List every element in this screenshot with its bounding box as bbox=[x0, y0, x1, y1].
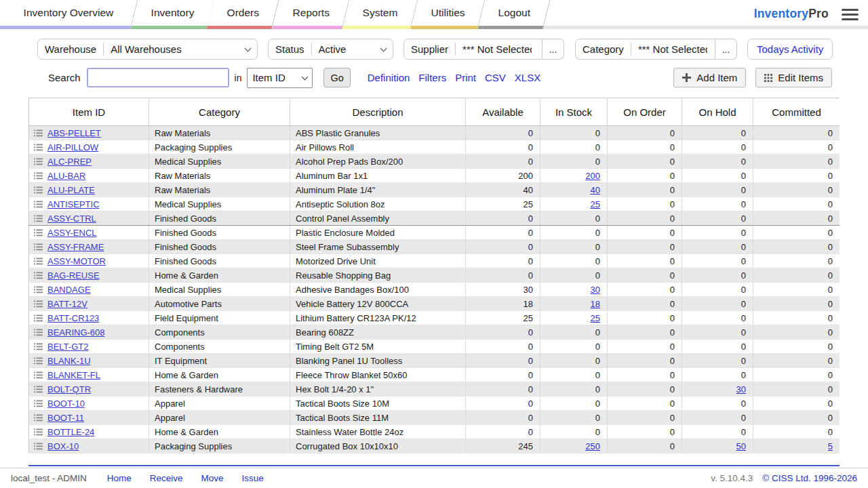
item-id-link[interactable]: BOLT-QTR bbox=[47, 384, 91, 394]
in-stock-cell-link[interactable]: 25 bbox=[591, 313, 600, 323]
menu-icon[interactable] bbox=[842, 9, 859, 20]
search-input[interactable] bbox=[87, 68, 229, 87]
item-id-link[interactable]: BOOT-10 bbox=[47, 399, 85, 409]
in-stock-cell-link[interactable]: 30 bbox=[591, 285, 600, 295]
item-id-link[interactable]: ALU-PLATE bbox=[47, 185, 95, 195]
item-id-link[interactable]: BEARING-608 bbox=[47, 327, 105, 338]
in-stock-cell-link[interactable]: 250 bbox=[585, 441, 600, 451]
in-stock-cell-link[interactable]: 40 bbox=[591, 185, 600, 195]
item-id-link[interactable]: BLANKET-FL bbox=[47, 370, 100, 380]
item-id-link[interactable]: BATT-CR123 bbox=[47, 313, 99, 323]
todays-activity-button[interactable]: Todays Activity bbox=[747, 39, 833, 60]
on-hold-cell: 0 bbox=[682, 368, 753, 382]
item-id-link[interactable]: BATT-12V bbox=[47, 299, 87, 309]
in-stock-cell: 200 bbox=[540, 169, 608, 183]
tab-reports[interactable]: Reports bbox=[272, 0, 349, 29]
item-id-link[interactable]: BOOT-11 bbox=[47, 413, 84, 423]
on-order-cell: 0 bbox=[608, 211, 682, 226]
in-stock-cell-link[interactable]: 200 bbox=[585, 171, 600, 181]
on-hold-cell-link[interactable]: 50 bbox=[736, 441, 746, 451]
tab-inventory-overview[interactable]: Inventory Overview bbox=[0, 0, 138, 29]
link-csv[interactable]: CSV bbox=[485, 72, 506, 83]
column-header-on-hold: On Hold bbox=[682, 98, 753, 126]
item-id-link[interactable]: BLANK-1U bbox=[47, 356, 91, 366]
category-more-button[interactable]: ... bbox=[715, 39, 737, 60]
in-stock-cell: 0 bbox=[540, 155, 608, 169]
on-hold-cell-link[interactable]: 30 bbox=[736, 384, 746, 394]
in-stock-cell: 0 bbox=[540, 340, 608, 354]
status-label: Status bbox=[275, 43, 311, 55]
tab-orders[interactable]: Orders bbox=[207, 0, 279, 29]
status-select[interactable]: Status Active bbox=[268, 39, 393, 60]
chevron-down-icon bbox=[380, 45, 387, 52]
tab-system[interactable]: System bbox=[342, 0, 418, 29]
in-stock-cell-link[interactable]: 18 bbox=[591, 299, 600, 309]
in-stock-cell: 0 bbox=[540, 425, 608, 439]
item-id-link[interactable]: ALU-BAR bbox=[47, 171, 85, 181]
committed-cell-link[interactable]: 5 bbox=[828, 441, 833, 451]
list-icon bbox=[34, 414, 43, 422]
item-id-link[interactable]: ANTISEPTIC bbox=[47, 199, 100, 209]
available-cell: 0 bbox=[466, 226, 540, 240]
item-id-link[interactable]: BELT-GT2 bbox=[47, 342, 88, 352]
committed-cell: 0 bbox=[753, 382, 840, 396]
item-id-link[interactable]: ALC-PREP bbox=[47, 157, 92, 167]
item-id-link[interactable]: ASSY-CTRL bbox=[47, 214, 96, 224]
item-id-link[interactable]: BAG-REUSE bbox=[47, 270, 100, 281]
item-id-link[interactable]: ASSY-MOTOR bbox=[47, 256, 106, 266]
table-row: BEARING-608ComponentsBearing 608ZZ00000 bbox=[29, 325, 840, 340]
link-print[interactable]: Print bbox=[455, 72, 476, 83]
footer-links: HomeReceiveMoveIssue bbox=[107, 473, 282, 483]
committed-cell: 0 bbox=[753, 411, 840, 425]
item-id-link[interactable]: ABS-PELLET bbox=[47, 128, 101, 138]
footer-link-receive[interactable]: Receive bbox=[150, 473, 183, 483]
footer-link-home[interactable]: Home bbox=[107, 473, 132, 483]
description-cell: Timing Belt GT2 5M bbox=[290, 340, 466, 354]
supplier-more-button[interactable]: ... bbox=[542, 39, 564, 60]
go-button[interactable]: Go bbox=[323, 68, 350, 87]
tab-utilities[interactable]: Utilities bbox=[410, 0, 485, 29]
category-cell: Field Equipment bbox=[149, 311, 290, 325]
footer-link-issue[interactable]: Issue bbox=[242, 473, 264, 483]
search-field-select[interactable]: Item ID bbox=[247, 68, 313, 88]
item-id-link[interactable]: BOX-10 bbox=[47, 441, 79, 451]
category-cell: Medical Supplies bbox=[149, 197, 290, 211]
item-id-link[interactable]: ASSY-ENCL bbox=[47, 228, 97, 238]
add-item-button[interactable]: Add Item bbox=[673, 68, 746, 87]
item-id-cell: BELT-GT2 bbox=[29, 340, 149, 354]
item-id-link[interactable]: BANDAGE bbox=[47, 285, 91, 295]
list-icon bbox=[34, 329, 43, 336]
on-hold-cell: 0 bbox=[682, 126, 753, 140]
on-order-cell: 0 bbox=[608, 183, 682, 197]
copyright-link[interactable]: © CISS Ltd. 1996-2026 bbox=[762, 473, 857, 483]
category-filter[interactable]: Category *** Not Selected bbox=[575, 39, 715, 60]
committed-cell: 0 bbox=[753, 254, 840, 268]
on-order-cell: 0 bbox=[608, 240, 682, 254]
tab-inventory[interactable]: Inventory bbox=[130, 0, 214, 29]
edit-items-button[interactable]: Edit Items bbox=[755, 68, 832, 87]
available-cell: 0 bbox=[466, 411, 540, 425]
link-definition[interactable]: Definition bbox=[368, 72, 410, 83]
in-stock-cell: 0 bbox=[540, 325, 608, 340]
in-stock-cell: 0 bbox=[540, 211, 608, 226]
add-item-label: Add Item bbox=[696, 72, 737, 83]
warehouse-select[interactable]: Warehouse All Warehouses bbox=[37, 39, 258, 60]
item-id-link[interactable]: BOTTLE-24 bbox=[47, 427, 94, 437]
committed-cell: 0 bbox=[753, 311, 840, 325]
available-cell: 25 bbox=[466, 311, 540, 325]
available-cell: 25 bbox=[466, 197, 540, 211]
footer-link-move[interactable]: Move bbox=[201, 473, 224, 483]
category-cell: Raw Materials bbox=[149, 183, 290, 197]
on-order-cell: 0 bbox=[608, 297, 682, 311]
column-header-available: Available bbox=[466, 98, 540, 126]
link-xlsx[interactable]: XLSX bbox=[515, 72, 540, 83]
link-filters[interactable]: Filters bbox=[418, 72, 446, 83]
tab-logout[interactable]: Logout bbox=[477, 0, 550, 29]
item-id-link[interactable]: AIR-PILLOW bbox=[47, 142, 98, 152]
in-stock-cell-link[interactable]: 25 bbox=[591, 199, 600, 209]
supplier-filter[interactable]: Supplier *** Not Selected bbox=[403, 39, 542, 60]
warehouse-value: All Warehouses bbox=[104, 43, 182, 55]
item-id-link[interactable]: ASSY-FRAME bbox=[47, 242, 104, 252]
list-icon bbox=[34, 158, 43, 165]
item-id-cell: BLANKET-FL bbox=[29, 368, 149, 382]
